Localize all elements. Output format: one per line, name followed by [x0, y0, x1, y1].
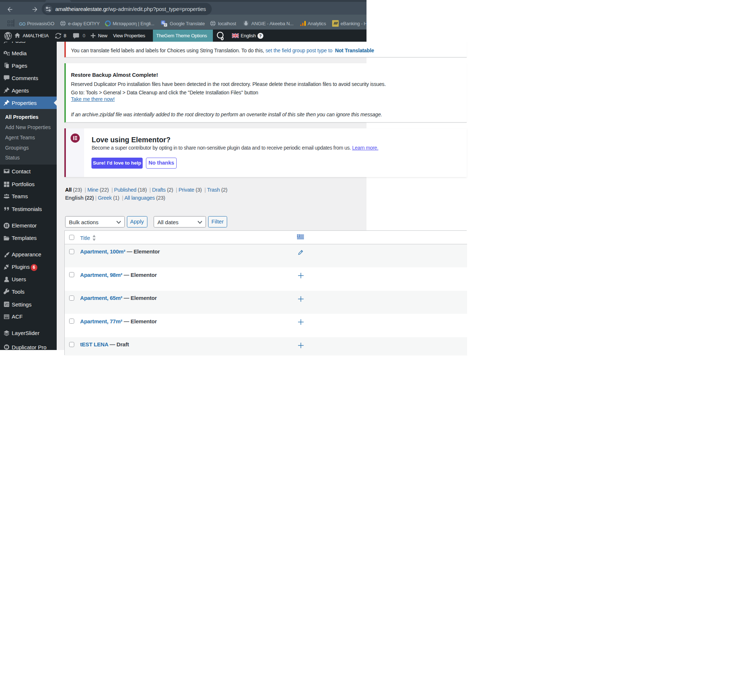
svg-text:文: 文	[164, 24, 167, 27]
